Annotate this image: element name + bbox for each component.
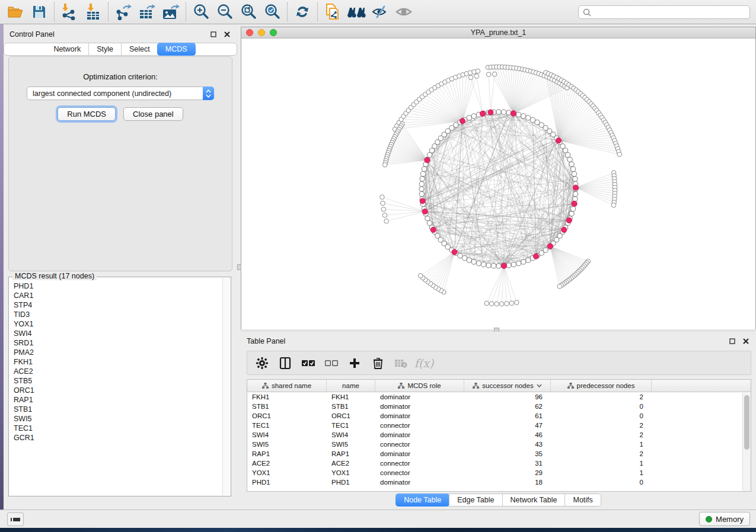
result-node-item[interactable]: PHD1 xyxy=(14,281,222,291)
graph-node[interactable] xyxy=(506,263,511,268)
graph-mcds-node[interactable] xyxy=(573,185,578,190)
cell-name[interactable]: PHD1 xyxy=(327,479,375,486)
table-row[interactable]: PHD1PHD1dominator180 xyxy=(247,477,751,487)
cell-successor-nodes[interactable]: 47 xyxy=(464,422,551,429)
graph-node[interactable] xyxy=(530,117,535,122)
graph-node[interactable] xyxy=(573,177,578,181)
zoom-selected-button[interactable] xyxy=(260,2,284,22)
graph-mcds-node[interactable] xyxy=(562,227,567,232)
cell-MCDS-role[interactable]: dominator xyxy=(375,412,464,419)
column-header-MCDS-role[interactable]: MCDS role xyxy=(375,380,464,392)
import-table-button[interactable] xyxy=(81,2,105,22)
result-node-item[interactable]: STP4 xyxy=(14,300,222,310)
first-neighbors-button[interactable] xyxy=(344,2,368,22)
cell-name[interactable]: STB1 xyxy=(327,403,375,410)
graph-node[interactable] xyxy=(471,114,476,118)
graph-node[interactable] xyxy=(476,261,481,265)
graph-node[interactable] xyxy=(573,197,578,201)
cell-shared-name[interactable]: ACE2 xyxy=(247,460,327,467)
graph-leaf-node[interactable] xyxy=(611,203,616,207)
graph-node[interactable] xyxy=(462,255,467,260)
result-node-item[interactable]: GCR1 xyxy=(14,433,222,443)
graph-node[interactable] xyxy=(419,187,424,191)
cell-shared-name[interactable]: RAP1 xyxy=(247,450,327,457)
graph-node[interactable] xyxy=(496,264,501,268)
graph-mcds-node[interactable] xyxy=(422,209,428,214)
table-row[interactable]: TEC1TEC1connector472 xyxy=(247,421,751,430)
cell-shared-name[interactable]: SWI4 xyxy=(247,431,327,438)
graph-node[interactable] xyxy=(486,263,491,268)
graph-leaf-node[interactable] xyxy=(382,213,387,218)
mcds-result-list[interactable]: PHD1CAR1STP4TID3YOX1SWI4SRD1PMA2FKH1ACE2… xyxy=(9,281,222,495)
graph-node[interactable] xyxy=(467,116,471,120)
cell-successor-nodes[interactable]: 43 xyxy=(464,441,551,448)
tab-style[interactable]: Style xyxy=(88,43,121,55)
cell-successor-nodes[interactable]: 62 xyxy=(464,403,551,410)
table-row[interactable]: ACE2ACE2connector311 xyxy=(247,459,751,468)
graph-mcds-node[interactable] xyxy=(511,111,516,116)
node-table[interactable]: shared namenameMCDS rolesuccessor nodesp… xyxy=(247,379,751,492)
column-header-predecessor-nodes[interactable]: predecessor nodes xyxy=(551,380,652,392)
column-header-shared-name[interactable]: shared name xyxy=(247,380,327,392)
result-node-item[interactable]: SRD1 xyxy=(14,338,222,348)
graph-node[interactable] xyxy=(526,116,531,120)
cell-MCDS-role[interactable]: dominator xyxy=(375,431,464,438)
cell-shared-name[interactable]: YOX1 xyxy=(247,469,327,476)
result-node-item[interactable]: SWI5 xyxy=(14,414,222,424)
graph-leaf-node[interactable] xyxy=(476,69,480,73)
tab-motifs[interactable]: Motifs xyxy=(564,494,600,506)
graph-leaf-node[interactable] xyxy=(492,72,497,76)
column-header-successor-nodes[interactable]: successor nodes xyxy=(464,380,551,392)
result-node-item[interactable]: STB1 xyxy=(14,405,222,414)
graph-node[interactable] xyxy=(570,207,575,211)
graph-leaf-node[interactable] xyxy=(499,302,504,306)
result-node-item[interactable]: RAP1 xyxy=(14,395,222,405)
graph-leaf-node[interactable] xyxy=(468,75,473,80)
table-row[interactable]: STB1STB1dominator620 xyxy=(247,402,751,411)
add-column-button[interactable] xyxy=(346,354,363,372)
apply-function-button[interactable]: f(x) xyxy=(415,354,433,372)
graph-node[interactable] xyxy=(521,259,526,264)
tab-mcds[interactable]: MCDS xyxy=(157,43,196,56)
table-scrollbar-thumb[interactable] xyxy=(744,395,749,450)
export-image-button[interactable] xyxy=(159,2,183,22)
graph-mcds-node[interactable] xyxy=(420,198,425,204)
graph-node[interactable] xyxy=(496,110,501,114)
tab-network-table[interactable]: Network Table xyxy=(502,494,565,506)
criterion-dropdown[interactable]: largest connected component (undirected) xyxy=(27,86,214,100)
graph-node[interactable] xyxy=(422,166,426,171)
cell-predecessor-nodes[interactable]: 2 xyxy=(551,431,652,438)
graph-node[interactable] xyxy=(420,177,425,181)
cell-shared-name[interactable]: STB1 xyxy=(247,403,327,410)
network-graph[interactable] xyxy=(241,39,755,329)
graph-leaf-node[interactable] xyxy=(380,195,385,200)
table-row[interactable]: SWI5SWI5connector431 xyxy=(247,440,751,449)
save-session-button[interactable] xyxy=(27,2,51,22)
float-table-panel-icon[interactable] xyxy=(728,337,736,346)
vertical-splitter-handle[interactable] xyxy=(237,264,241,270)
graph-leaf-node[interactable] xyxy=(505,302,509,306)
cell-shared-name[interactable]: ORC1 xyxy=(247,412,327,419)
graph-node[interactable] xyxy=(506,110,511,115)
import-network-button[interactable] xyxy=(58,2,81,22)
graph-node[interactable] xyxy=(511,262,516,267)
cell-successor-nodes[interactable]: 96 xyxy=(464,393,551,400)
result-node-item[interactable]: STB5 xyxy=(14,376,222,386)
graph-node[interactable] xyxy=(516,261,521,265)
table-row[interactable]: SWI4SWI4dominator462 xyxy=(247,430,751,440)
close-table-panel-icon[interactable] xyxy=(741,337,750,346)
graph-leaf-node[interactable] xyxy=(474,74,479,79)
column-header-name[interactable]: name xyxy=(327,380,375,392)
graph-leaf-node[interactable] xyxy=(486,72,491,77)
graph-mcds-node[interactable] xyxy=(425,158,430,163)
zoom-fit-button[interactable] xyxy=(237,2,260,22)
cell-predecessor-nodes[interactable]: 0 xyxy=(551,412,652,419)
graph-node[interactable] xyxy=(570,166,575,171)
cell-shared-name[interactable]: FKH1 xyxy=(247,393,327,400)
table-row[interactable]: YOX1YOX1connector291 xyxy=(247,468,751,477)
table-settings-button[interactable] xyxy=(253,354,271,372)
memory-button[interactable]: Memory xyxy=(699,512,750,526)
cell-MCDS-role[interactable]: dominator xyxy=(375,403,464,410)
cell-name[interactable]: FKH1 xyxy=(327,393,375,400)
cell-predecessor-nodes[interactable]: 1 xyxy=(551,460,652,467)
